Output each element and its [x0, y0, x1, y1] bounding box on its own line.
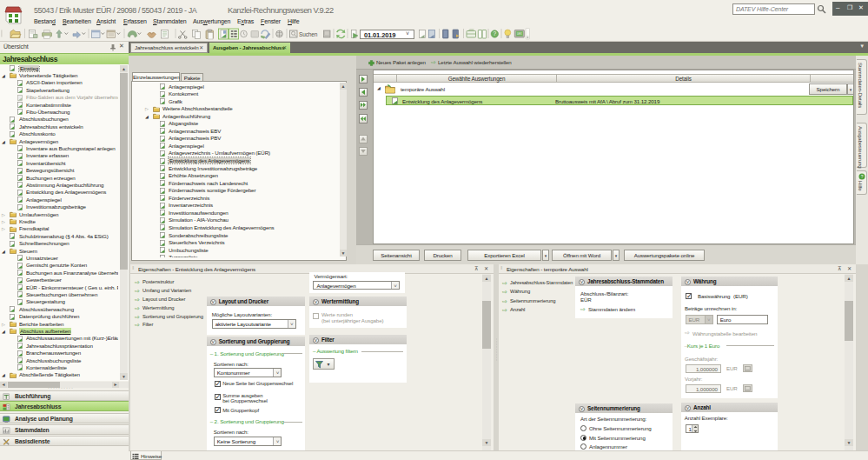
- svg-text:?: ?: [494, 30, 497, 37]
- svg-text:?: ?: [861, 174, 864, 179]
- svg-text:LEX: LEX: [517, 32, 523, 36]
